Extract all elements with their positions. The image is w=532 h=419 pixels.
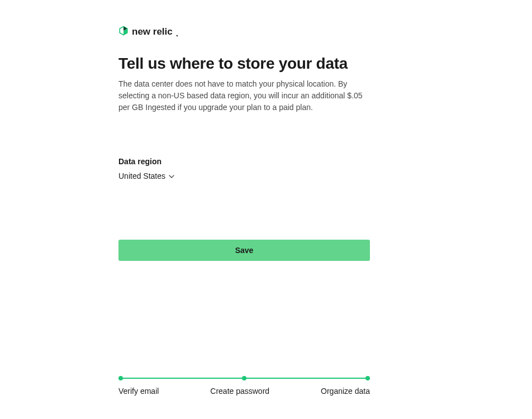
- brand-logo: new relic.: [118, 26, 370, 38]
- data-region-select[interactable]: United States: [118, 170, 174, 182]
- progress-stepper: Verify email Create password Organize da…: [118, 376, 370, 396]
- stepper-dot-2: [242, 376, 246, 380]
- stepper-dot-3: [365, 376, 370, 380]
- step-label-verify-email: Verify email: [118, 387, 159, 396]
- page-subtitle: The data center does not have to match y…: [118, 78, 364, 113]
- newrelic-logo-icon: [118, 26, 129, 38]
- brand-name: new relic: [132, 26, 173, 37]
- step-label-organize-data: Organize data: [321, 387, 370, 396]
- save-button[interactable]: Save: [118, 240, 370, 261]
- data-region-label: Data region: [118, 157, 370, 166]
- page-title: Tell us where to store your data: [118, 55, 370, 73]
- chevron-down-icon: [169, 174, 174, 180]
- step-label-create-password: Create password: [159, 387, 321, 396]
- stepper-dot-1: [118, 376, 123, 380]
- data-region-value: United States: [118, 172, 165, 180]
